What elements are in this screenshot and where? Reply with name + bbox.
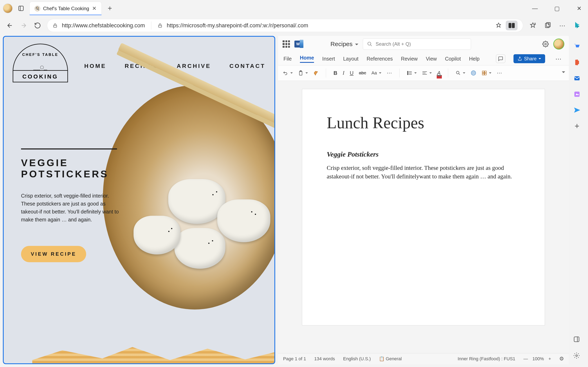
collections-button[interactable] bbox=[543, 21, 553, 30]
status-language[interactable]: English (U.S.) bbox=[343, 356, 371, 361]
hero-body: Crisp exterior, soft veggie-filled inter… bbox=[21, 192, 121, 224]
bullets-button[interactable] bbox=[406, 70, 418, 76]
doc-paragraph[interactable]: Crisp exterior, soft veggie-filled inter… bbox=[327, 164, 520, 181]
more-menu-button[interactable]: ⋯ bbox=[557, 21, 567, 30]
doc-heading[interactable]: Lunch Recipes bbox=[327, 114, 520, 132]
sidebar-add-button[interactable]: + bbox=[572, 122, 581, 131]
maximize-button[interactable]: ▢ bbox=[551, 5, 563, 12]
copilot-ribbon-button[interactable] bbox=[469, 69, 477, 77]
new-tab-button[interactable]: + bbox=[105, 4, 114, 13]
browser-titlebar: 🍳 Chef's Table Cooking ✕ + — ▢ ✕ bbox=[0, 0, 588, 17]
site-logo[interactable]: CHEF'S TABLE ⎯⎯◯⎯ COOKING bbox=[13, 44, 68, 89]
font-color-button[interactable]: A bbox=[436, 69, 442, 77]
search-icon bbox=[367, 42, 372, 47]
tab-close-button[interactable]: ✕ bbox=[92, 5, 96, 12]
browser-toolbar: http://www.chefstablecooking.com https:/… bbox=[0, 17, 588, 34]
split-screen-button[interactable] bbox=[506, 21, 518, 30]
ribbon-overflow-button[interactable]: ⋯ bbox=[495, 69, 503, 77]
tab-copilot[interactable]: Copilot bbox=[445, 56, 461, 62]
status-general[interactable]: 📋 General bbox=[379, 356, 402, 361]
statusbar-settings-button[interactable]: ⚙ bbox=[559, 356, 564, 362]
back-button[interactable] bbox=[5, 21, 14, 30]
status-page[interactable]: Page 1 of 1 bbox=[283, 356, 306, 361]
read-aloud-icon[interactable] bbox=[495, 22, 502, 29]
word-topbar: Recipes Search (Alt + Q) bbox=[278, 36, 569, 52]
underline-button[interactable]: U bbox=[348, 69, 355, 77]
paste-button[interactable] bbox=[297, 69, 309, 76]
split-view: CHEF'S TABLE ⎯⎯◯⎯ COOKING HOME RECIPES A… bbox=[0, 34, 588, 367]
document-title[interactable]: Recipes bbox=[330, 41, 358, 48]
zoom-level[interactable]: 100% bbox=[532, 356, 544, 361]
word-statusbar: Page 1 of 1 134 words English (U.S.) 📋 G… bbox=[278, 353, 569, 364]
tab-insert[interactable]: Insert bbox=[322, 56, 335, 62]
strikethrough-button[interactable]: abc bbox=[358, 69, 367, 76]
tab-references[interactable]: References bbox=[367, 56, 393, 62]
svg-rect-5 bbox=[512, 23, 515, 28]
sidebar-shopping-icon[interactable] bbox=[572, 42, 581, 51]
view-recipe-button[interactable]: VIEW RECIPE bbox=[21, 246, 86, 262]
ribbon-more-button[interactable]: ⋯ bbox=[553, 55, 563, 62]
sidebar-outlook-icon[interactable] bbox=[572, 74, 581, 83]
share-label: Share bbox=[524, 56, 536, 62]
svg-point-27 bbox=[457, 71, 459, 74]
nav-contact[interactable]: CONTACT bbox=[229, 63, 266, 69]
site-info-icon-right[interactable] bbox=[157, 23, 163, 28]
forward-button[interactable] bbox=[19, 21, 28, 30]
address-bar[interactable]: http://www.chefstablecooking.com https:/… bbox=[47, 19, 523, 32]
sidebar-send-icon[interactable] bbox=[572, 106, 581, 115]
zoom-in-button[interactable]: + bbox=[548, 356, 551, 361]
tab-home[interactable]: Home bbox=[300, 55, 314, 63]
svg-line-28 bbox=[459, 74, 460, 75]
minimize-button[interactable]: — bbox=[529, 5, 541, 12]
sidebar-office-icon[interactable] bbox=[572, 58, 581, 67]
url-divider bbox=[151, 21, 151, 30]
tab-help[interactable]: Help bbox=[469, 56, 479, 62]
sidebar-designer-icon[interactable] bbox=[572, 90, 581, 99]
copilot-button[interactable] bbox=[572, 20, 583, 31]
font-more-button[interactable]: ⋯ bbox=[385, 69, 393, 77]
zoom-out-button[interactable]: — bbox=[523, 356, 528, 361]
search-input[interactable]: Search (Alt + Q) bbox=[363, 38, 471, 50]
tab-review[interactable]: Review bbox=[401, 56, 418, 62]
refresh-button[interactable] bbox=[33, 21, 42, 30]
hero-rule bbox=[21, 149, 117, 150]
comments-button[interactable] bbox=[496, 54, 505, 63]
layout-grid-button[interactable] bbox=[480, 69, 493, 76]
site-info-icon[interactable] bbox=[52, 23, 58, 28]
collapse-ribbon-button[interactable] bbox=[562, 71, 565, 75]
format-painter-button[interactable] bbox=[312, 69, 320, 76]
profile-avatar[interactable] bbox=[3, 3, 13, 13]
svg-point-22 bbox=[407, 74, 408, 75]
change-case-button[interactable]: Aa bbox=[370, 69, 383, 76]
share-button[interactable]: Share bbox=[513, 54, 545, 63]
user-avatar[interactable] bbox=[553, 39, 564, 50]
zoom-controls: — 100% + bbox=[523, 356, 551, 361]
align-button[interactable] bbox=[421, 70, 433, 76]
bold-button[interactable]: B bbox=[332, 69, 338, 77]
document-page[interactable]: Lunch Recipes Veggie Potstickers Crisp e… bbox=[302, 89, 545, 325]
dumpling-graphic bbox=[168, 179, 225, 224]
browser-tab[interactable]: 🍳 Chef's Table Cooking ✕ bbox=[29, 2, 102, 15]
document-canvas[interactable]: Lunch Recipes Veggie Potstickers Crisp e… bbox=[278, 81, 569, 353]
settings-button[interactable] bbox=[542, 41, 549, 47]
tab-file[interactable]: File bbox=[283, 56, 292, 62]
sidebar-settings-button[interactable] bbox=[572, 351, 581, 360]
undo-button[interactable] bbox=[282, 69, 294, 76]
italic-button[interactable]: I bbox=[341, 69, 346, 77]
close-window-button[interactable]: ✕ bbox=[573, 5, 585, 12]
nav-archive[interactable]: ARCHIVE bbox=[177, 63, 211, 69]
favorites-button[interactable] bbox=[528, 21, 538, 30]
tab-layout[interactable]: Layout bbox=[343, 56, 359, 62]
word-logo-icon[interactable] bbox=[294, 41, 301, 48]
tab-favicon-icon: 🍳 bbox=[35, 6, 40, 11]
sidebar-pane-toggle[interactable] bbox=[572, 335, 581, 344]
status-word-count[interactable]: 134 words bbox=[314, 356, 335, 361]
doc-subheading[interactable]: Veggie Potstickers bbox=[327, 150, 520, 158]
tab-view[interactable]: View bbox=[426, 56, 437, 62]
app-launcher-icon[interactable] bbox=[283, 40, 290, 48]
hero-title-line2: POTSTICKERS bbox=[21, 168, 121, 180]
nav-home[interactable]: HOME bbox=[84, 63, 106, 69]
right-pane-word: Recipes Search (Alt + Q) File Home Inser… bbox=[278, 36, 585, 364]
tab-actions-button[interactable] bbox=[16, 4, 26, 13]
find-button[interactable] bbox=[454, 69, 467, 76]
